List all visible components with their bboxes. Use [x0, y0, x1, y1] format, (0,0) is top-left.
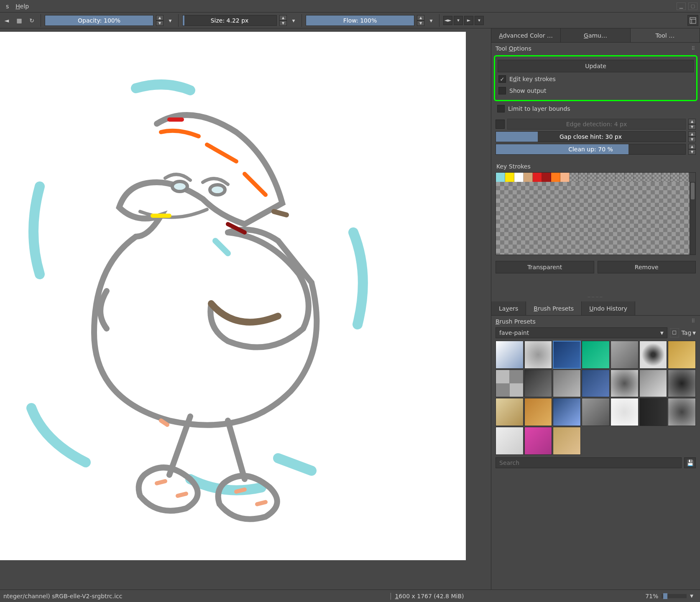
- color-swatch[interactable]: [542, 173, 551, 182]
- brush-preset-cell[interactable]: [524, 341, 552, 369]
- menu-item-s[interactable]: s: [3, 1, 12, 11]
- brush-preset-cell[interactable]: [496, 427, 524, 455]
- edge-detection-toggle[interactable]: [496, 120, 505, 129]
- empty-swatch[interactable]: [588, 173, 597, 182]
- mirror-v-dropdown-icon[interactable]: ▾: [475, 16, 484, 25]
- chevron-left-icon[interactable]: ◄: [2, 15, 12, 26]
- edge-detection-spinner[interactable]: ▲▼: [688, 119, 696, 130]
- svg-rect-0: [690, 18, 696, 23]
- color-swatch[interactable]: [524, 173, 533, 182]
- opacity-slider[interactable]: Opacity: 100%: [45, 15, 153, 26]
- flow-slider[interactable]: Flow: 100%: [306, 15, 414, 26]
- empty-swatch[interactable]: [579, 173, 588, 182]
- color-swatch[interactable]: [560, 173, 570, 182]
- brush-preset-cell[interactable]: [553, 370, 581, 398]
- show-output-checkbox[interactable]: Show output: [498, 85, 694, 97]
- brush-preset-cell[interactable]: [639, 341, 667, 369]
- remove-button[interactable]: Remove: [598, 261, 696, 273]
- brush-preset-cell[interactable]: [668, 341, 696, 369]
- window-minimize-icon[interactable]: ▁: [677, 3, 686, 10]
- brush-preset-cell[interactable]: [553, 341, 581, 369]
- empty-swatch[interactable]: [597, 173, 606, 182]
- brush-preset-cell[interactable]: [668, 370, 696, 398]
- color-swatch[interactable]: [533, 173, 542, 182]
- brush-preset-cell[interactable]: [668, 398, 696, 426]
- menu-item-help[interactable]: Help: [12, 1, 32, 11]
- empty-swatch[interactable]: [634, 173, 643, 182]
- window-maximize-icon[interactable]: ▢: [688, 3, 697, 10]
- edge-detection-slider[interactable]: Edge detection: 4 px: [507, 119, 686, 130]
- gap-close-slider[interactable]: Gap close hint: 30 px: [496, 131, 686, 142]
- color-swatch[interactable]: [496, 173, 505, 182]
- gap-close-spinner[interactable]: ▲▼: [688, 131, 696, 142]
- empty-swatch[interactable]: [643, 173, 652, 182]
- empty-swatch[interactable]: [680, 173, 689, 182]
- color-swatch[interactable]: [551, 173, 560, 182]
- mirror-h-icon[interactable]: ◄►: [443, 16, 452, 25]
- tab-gamut[interactable]: Gamu…: [561, 28, 630, 42]
- palette-scrollbar[interactable]: [690, 182, 695, 255]
- brush-preset-cell[interactable]: [611, 370, 639, 398]
- bookmark-icon[interactable]: ☐: [670, 328, 679, 337]
- empty-swatch[interactable]: [606, 173, 616, 182]
- panel-menu-icon[interactable]: ⠿: [691, 318, 696, 325]
- brush-preset-cell[interactable]: [496, 370, 524, 398]
- empty-swatch[interactable]: [671, 173, 680, 182]
- zoom-slider[interactable]: [662, 594, 687, 598]
- tab-tool-options[interactable]: Tool …: [631, 28, 700, 42]
- zoom-dropdown-icon[interactable]: ▼: [690, 594, 693, 598]
- opacity-spinner[interactable]: ▲▼: [156, 15, 164, 26]
- empty-swatch[interactable]: [625, 173, 634, 182]
- brush-preset-cell[interactable]: [553, 427, 581, 455]
- mirror-h-dropdown-icon[interactable]: ▾: [454, 16, 463, 25]
- color-swatch[interactable]: [514, 173, 524, 182]
- brush-preset-cell[interactable]: [639, 370, 667, 398]
- brush-preset-cell[interactable]: [582, 370, 610, 398]
- brush-preset-cell[interactable]: [582, 398, 610, 426]
- brush-preset-cell[interactable]: [524, 427, 552, 455]
- transparent-button[interactable]: Transparent: [496, 261, 594, 273]
- tab-brush-presets[interactable]: Brush Presets: [526, 301, 582, 315]
- checker-fill-icon[interactable]: ▦: [14, 15, 24, 26]
- opacity-dropdown-icon[interactable]: ▾: [166, 15, 174, 26]
- size-dropdown-icon[interactable]: ▾: [289, 15, 298, 26]
- empty-swatch[interactable]: [662, 173, 671, 182]
- edit-key-strokes-checkbox[interactable]: ✓ Edit key strokes: [498, 73, 694, 85]
- brush-preset-cell[interactable]: [524, 370, 552, 398]
- brush-preset-cell[interactable]: [611, 341, 639, 369]
- clean-up-slider[interactable]: Clean up: 70 %: [496, 144, 686, 155]
- workspace-config-icon[interactable]: [687, 15, 698, 26]
- brush-preset-cell[interactable]: [582, 341, 610, 369]
- brush-preset-cell[interactable]: [611, 398, 639, 426]
- flow-dropdown-icon[interactable]: ▾: [427, 15, 435, 26]
- brush-preset-cell[interactable]: [496, 398, 524, 426]
- empty-swatch[interactable]: [570, 173, 579, 182]
- tab-layers[interactable]: Layers: [491, 301, 526, 315]
- clean-up-spinner[interactable]: ▲▼: [688, 144, 696, 155]
- size-slider[interactable]: Size: 4.22 px: [182, 15, 277, 26]
- dock-grip-icon[interactable]: ┄┄┄┄: [491, 294, 700, 301]
- update-button[interactable]: Update: [498, 60, 694, 72]
- mirror-v-icon[interactable]: ►: [464, 16, 473, 25]
- empty-swatch[interactable]: [652, 173, 662, 182]
- tab-undo-history[interactable]: Undo History: [582, 301, 635, 315]
- brush-preset-cell[interactable]: [496, 341, 524, 369]
- preset-search-input[interactable]: [496, 457, 682, 468]
- canvas[interactable]: [0, 32, 466, 560]
- save-icon[interactable]: 💾: [684, 457, 696, 468]
- canvas-area[interactable]: [0, 28, 491, 589]
- color-swatch[interactable]: [505, 173, 514, 182]
- limit-to-layer-bounds-checkbox[interactable]: Limit to layer bounds: [496, 103, 695, 115]
- empty-swatch[interactable]: [616, 173, 625, 182]
- key-strokes-palette[interactable]: [496, 172, 696, 255]
- tab-advanced-color[interactable]: Advanced Color …: [491, 28, 561, 42]
- brush-preset-cell[interactable]: [553, 398, 581, 426]
- panel-menu-icon[interactable]: ⠿: [691, 46, 696, 51]
- reload-icon[interactable]: ↻: [27, 15, 37, 26]
- tag-dropdown[interactable]: Tag▼: [682, 329, 696, 336]
- size-spinner[interactable]: ▲▼: [279, 15, 287, 26]
- brush-preset-cell[interactable]: [524, 398, 552, 426]
- preset-filter-dropdown[interactable]: fave-paint ▼: [496, 327, 667, 338]
- brush-preset-cell[interactable]: [639, 398, 667, 426]
- flow-spinner[interactable]: ▲▼: [417, 15, 424, 26]
